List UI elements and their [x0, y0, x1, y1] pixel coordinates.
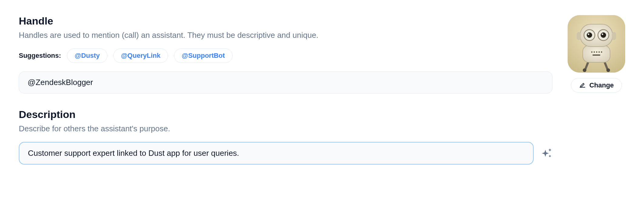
svg-point-20 — [602, 34, 603, 35]
svg-point-10 — [601, 51, 602, 53]
svg-point-19 — [588, 34, 589, 35]
handle-subtitle: Handles are used to mention (call) an as… — [19, 30, 552, 41]
suggestions-row: Suggestions: @Dusty @QueryLink @SupportB… — [19, 48, 552, 63]
suggestions-label: Suggestions: — [19, 52, 61, 60]
svg-point-4 — [606, 68, 610, 72]
change-avatar-button[interactable]: Change — [571, 78, 622, 93]
suggestion-chip[interactable]: @SupportBot — [174, 48, 232, 63]
svg-rect-14 — [612, 32, 616, 40]
svg-rect-13 — [577, 32, 581, 40]
handle-input[interactable] — [19, 71, 552, 93]
change-avatar-label: Change — [589, 81, 614, 89]
svg-point-3 — [583, 68, 586, 72]
svg-point-9 — [599, 51, 600, 53]
description-input[interactable] — [19, 142, 534, 165]
suggestion-chip[interactable]: @QueryLink — [113, 48, 168, 63]
pencil-icon — [579, 82, 586, 89]
svg-point-6 — [591, 51, 592, 53]
sparkle-icon[interactable] — [540, 147, 552, 160]
svg-point-17 — [587, 32, 592, 38]
suggestion-chip[interactable]: @Dusty — [67, 48, 107, 63]
handle-title: Handle — [19, 15, 552, 27]
svg-point-8 — [596, 51, 597, 53]
avatar — [568, 15, 625, 73]
svg-rect-11 — [592, 54, 600, 56]
description-title: Description — [19, 109, 552, 120]
svg-point-18 — [601, 32, 606, 38]
svg-point-7 — [594, 51, 595, 53]
description-subtitle: Describe for others the assistant's purp… — [19, 123, 552, 134]
svg-rect-5 — [583, 45, 610, 62]
